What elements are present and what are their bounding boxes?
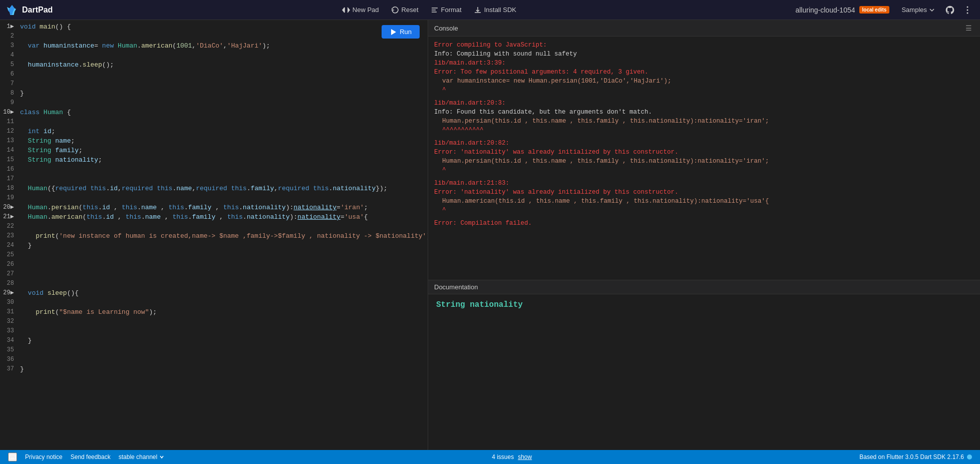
play-icon [390,29,397,36]
code-line: 35 [0,345,428,355]
svg-point-1 [967,6,968,8]
code-line: 4 [0,51,428,60]
code-line: 11 [0,117,428,127]
console-line: ^ [434,166,974,175]
format-button[interactable]: Format [426,4,467,17]
code-line: 31 print("$name is Learning now"); [0,307,428,317]
keyboard-shortcut-button[interactable] [8,452,17,461]
svg-rect-5 [10,455,16,459]
code-line: 25 [0,250,428,260]
svg-point-2 [967,9,968,11]
code-line: 8 } [0,89,428,98]
editor-panel: Run 1▶ void main() { 2 3 var humaninstan… [0,20,428,450]
code-editor[interactable]: 1▶ void main() { 2 3 var humaninstance= … [0,20,428,450]
console-line: lib/main.dart:3:39: [434,59,974,68]
code-line: 36 [0,355,428,364]
logo-text: DartPad [22,6,53,15]
docs-header: Documentation [428,280,980,294]
session-name: alluring-cloud-1054 [795,6,855,14]
console-line: ^ [434,206,974,215]
issues-show-link[interactable]: show [518,453,532,460]
console-line: Error: 'nationality' was already initial… [434,148,974,157]
console-line: lib/main.dart:21:83: [434,179,974,188]
code-line: 30 [0,298,428,307]
more-options-button[interactable] [961,4,974,17]
flutter-dot-icon [967,454,972,459]
code-line: 15 String nationality; [0,155,428,165]
code-line: 12 int id; [0,127,428,136]
code-line: 26 [0,260,428,269]
svg-point-3 [967,12,968,14]
console-menu-button[interactable]: ☰ [963,23,974,33]
code-line: 6 [0,70,428,79]
console-line: ^^^^^^^^^^^ [434,126,974,135]
run-button[interactable]: Run [382,25,420,39]
code-line: 23 print('new instance of human is creat… [0,231,428,241]
code-line: 18 Human({required this.id,required this… [0,184,428,193]
code-icon [342,6,350,14]
code-line: 27 [0,269,428,279]
console-panel: Console ☰ Error compiling to JavaScript:… [428,20,980,280]
code-line: 24 } [0,241,428,250]
local-edits-badge: local edits [859,6,890,14]
code-line: 16 [0,165,428,174]
code-line: 14 String family; [0,146,428,155]
samples-button[interactable]: Samples [897,4,939,16]
code-line: 3 var humaninstance= new Human.american(… [0,41,428,51]
console-line: Human.persian(this.id , this.name , this… [434,157,974,166]
new-pad-button[interactable]: New Pad [337,4,384,17]
reset-button[interactable]: Reset [386,4,424,17]
download-icon [474,6,482,14]
console-line: Info: Compiling with sound null safety [434,50,974,59]
console-line: Error: Compilation failed. [434,219,974,228]
footer-center: 4 issues show [492,453,532,460]
session-area: alluring-cloud-1054 local edits [795,6,889,14]
code-line: 21▶ Human.american(this.id , this.name ,… [0,212,428,222]
code-line: 37 } [0,364,428,374]
chevron-down-icon [159,454,164,459]
more-vertical-icon [963,6,972,15]
code-line: 9 [0,98,428,108]
header-right: Samples [897,3,974,17]
code-line: 10▶ class Human { [0,108,428,117]
code-line: 1▶ void main() { [0,22,428,32]
console-line: Error: Too few positional arguments: 4 r… [434,68,974,77]
code-line: 19 [0,193,428,203]
code-line: 5 humaninstance.sleep(); [0,60,428,70]
issues-count: 4 issues [492,453,514,460]
console-content: Error compiling to JavaScript: Info: Com… [428,37,980,280]
code-line: 29▶ void sleep(){ [0,288,428,298]
footer-right: Based on Flutter 3.0.5 Dart SDK 2.17.6 [859,453,972,460]
docs-type-text: String nationality [436,300,523,309]
main-content: Run 1▶ void main() { 2 3 var humaninstan… [0,20,980,450]
footer: Privacy notice Send feedback stable chan… [0,450,980,464]
github-icon [945,5,955,15]
code-line: 13 String name; [0,136,428,146]
right-panel: Console ☰ Error compiling to JavaScript:… [428,20,980,450]
header-nav: New Pad Reset Format Install SDK [71,4,787,17]
documentation-panel: Documentation String nationality [428,280,980,450]
code-line: 33 [0,326,428,336]
footer-left: Privacy notice Send feedback stable chan… [8,452,164,461]
github-button[interactable] [943,3,957,17]
code-line: 22 [0,222,428,231]
svg-marker-4 [391,29,396,35]
privacy-notice-link[interactable]: Privacy notice [25,453,63,460]
console-actions: ☰ [963,23,974,33]
console-title: Console [434,25,458,32]
keyboard-icon [9,453,16,460]
code-line: 7 [0,79,428,89]
format-icon [431,6,439,14]
code-line: 20▶ Human.persian(this.id , this.name , … [0,203,428,212]
channel-selector[interactable]: stable channel [119,453,164,460]
docs-title: Documentation [434,283,478,291]
logo-area: DartPad [6,4,53,16]
code-line: 28 [0,279,428,288]
code-line: 17 [0,174,428,184]
install-sdk-button[interactable]: Install SDK [469,4,521,17]
console-line: lib/main.dart:20:82: [434,139,974,148]
console-line: Error compiling to JavaScript: [434,41,974,50]
code-line: 34 } [0,336,428,345]
chevron-down-icon [929,7,935,13]
send-feedback-link[interactable]: Send feedback [71,453,111,460]
